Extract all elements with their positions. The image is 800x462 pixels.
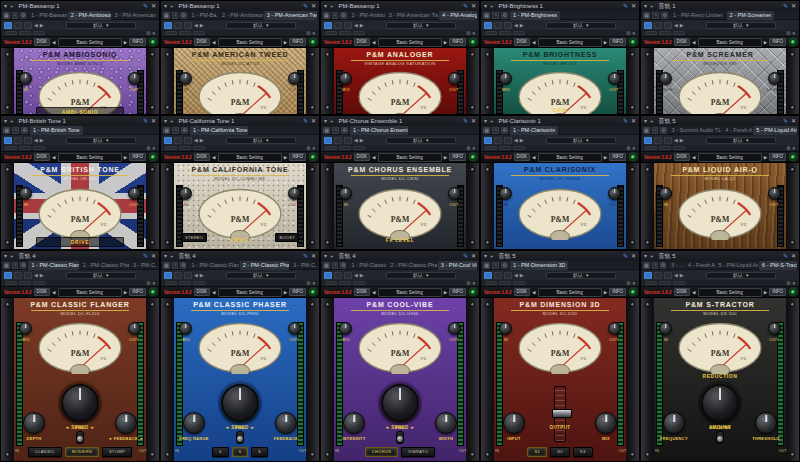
routing-icon[interactable]: ⚙ [501,12,508,19]
power-led[interactable] [310,154,316,160]
gear-icon[interactable]: ⚙ [786,280,790,287]
prev-preset-icon[interactable]: ◀ [514,22,518,28]
next-preset-icon[interactable]: ▶ [40,137,44,143]
preset-name[interactable]: Basic Setting [218,153,282,162]
prev-preset-icon[interactable]: ◀ [34,137,38,143]
prev-preset-icon[interactable]: ◀ [514,272,518,278]
editor-toggle-icon[interactable] [4,137,12,144]
add-plugin-icon[interactable]: + [330,251,334,261]
file-icon[interactable] [344,22,352,29]
close-icon[interactable]: ✕ [631,1,636,11]
generic-view-icon[interactable] [494,22,502,29]
info-button[interactable]: INFO [449,38,466,46]
routing-icon[interactable]: ⚙ [181,127,188,134]
sync-toggle[interactable] [396,431,404,444]
generic-view-icon[interactable] [14,272,22,279]
editor-toggle-icon[interactable] [164,137,172,144]
power-led[interactable] [790,289,796,295]
input-knob[interactable] [179,72,192,85]
preset-next-button[interactable]: ▶ [124,40,127,45]
close-icon[interactable]: ✕ [471,1,476,11]
add-plugin-icon[interactable]: + [490,251,494,261]
close-icon[interactable]: ✕ [151,1,156,11]
input-knob[interactable] [499,187,512,200]
output-knob[interactable] [608,72,621,85]
plugin-tab[interactable]: 1 - PM-Ba... [189,11,219,20]
gear-icon[interactable]: ⚙ [146,30,150,37]
disk-button[interactable]: DISK [34,288,51,296]
disk-button[interactable]: DISK [674,38,691,46]
chevron-down-icon[interactable]: ▾ [792,280,795,287]
disk-button[interactable]: DISK [194,288,211,296]
preset-dropdown[interactable]: 默认 ▾ [226,137,296,144]
prev-preset-icon[interactable]: ◀ [674,272,678,278]
preset-mini-button[interactable] [659,146,671,150]
plugin-tab[interactable]: 3 - PM-American Tweed [386,11,439,20]
edit-icon[interactable]: ✎ [143,116,148,126]
preset-prev-button[interactable]: ◀ [52,155,55,160]
editor-toggle-icon[interactable] [484,22,492,29]
add-plugin-icon[interactable]: + [650,251,654,261]
collapse-icon[interactable]: ▾ [484,116,487,126]
gear-icon[interactable]: ⚙ [626,280,630,287]
grid-view-icon[interactable]: ▦ [323,262,330,269]
mode-button[interactable]: 6 [232,447,249,457]
edit-icon[interactable]: ✎ [463,251,468,261]
faceplate-button[interactable]: BOOST [275,233,299,242]
preset-mini-button[interactable] [179,31,191,35]
collapse-icon[interactable]: ▾ [4,251,7,261]
prev-preset-icon[interactable]: ◀ [34,22,38,28]
next-preset-icon[interactable]: ▶ [680,272,684,278]
preset-mini-button[interactable] [33,146,45,150]
plugin-tab[interactable]: 1 - PM-Classic Flanger [188,261,238,270]
next-preset-icon[interactable]: ▶ [360,22,364,28]
file-icon[interactable] [24,22,32,29]
output-knob[interactable] [768,187,781,200]
collapse-icon[interactable]: ▾ [484,1,487,11]
file-icon[interactable] [344,137,352,144]
power-led[interactable] [790,154,796,160]
disk-button[interactable]: DISK [34,153,51,161]
add-plugin-icon[interactable]: + [330,116,334,126]
bypass-icon[interactable]: ◔ [492,12,499,19]
grid-view-icon[interactable]: ▦ [643,262,650,269]
output-knob[interactable] [288,322,301,335]
grid-view-icon[interactable]: ▦ [323,12,330,19]
preset-name[interactable]: Basic Setting [538,153,602,162]
disk-button[interactable]: DISK [514,288,531,296]
generic-view-icon[interactable] [14,137,22,144]
prev-preset-icon[interactable]: ◀ [674,22,678,28]
main-knob[interactable] [381,384,419,422]
chevron-down-icon[interactable]: ▾ [632,145,635,152]
plugin-tab[interactable]: 1 - PM-Brightness [510,11,560,20]
generic-view-icon[interactable] [334,272,342,279]
close-icon[interactable]: ✕ [151,116,156,126]
next-preset-icon[interactable]: ▶ [520,137,524,143]
disk-button[interactable]: DISK [354,288,371,296]
preset-dropdown[interactable]: 默认 ▾ [386,22,456,29]
gear-icon[interactable]: ⚙ [626,145,630,152]
preset-mini-button[interactable] [5,31,17,35]
close-icon[interactable]: ✕ [471,251,476,261]
routing-icon[interactable]: ⚙ [341,127,348,134]
preset-mini-button[interactable] [645,146,657,150]
preset-name[interactable]: Basic Setting [538,288,602,297]
next-preset-icon[interactable]: ▶ [40,272,44,278]
file-icon[interactable] [24,272,32,279]
generic-view-icon[interactable] [334,22,342,29]
chevron-down-icon[interactable]: ▾ [312,280,315,287]
info-button[interactable]: INFO [449,288,466,296]
right-small-knob[interactable] [435,412,457,434]
routing-icon[interactable]: ⚙ [660,127,666,134]
preset-name[interactable]: Basic Setting [58,38,122,47]
bypass-icon[interactable]: ◔ [332,127,339,134]
edit-icon[interactable]: ✎ [303,251,308,261]
preset-mini-button[interactable] [325,281,337,285]
grid-view-icon[interactable]: ▦ [163,12,170,19]
gear-icon[interactable]: ⚙ [466,30,470,37]
edit-icon[interactable]: ✎ [143,251,148,261]
plugin-tab[interactable]: 4 - PM-Analoger [439,11,477,20]
bypass-icon[interactable]: ◔ [172,262,178,269]
collapse-icon[interactable]: ▾ [4,1,7,11]
mode-button[interactable]: S2 [550,447,570,457]
